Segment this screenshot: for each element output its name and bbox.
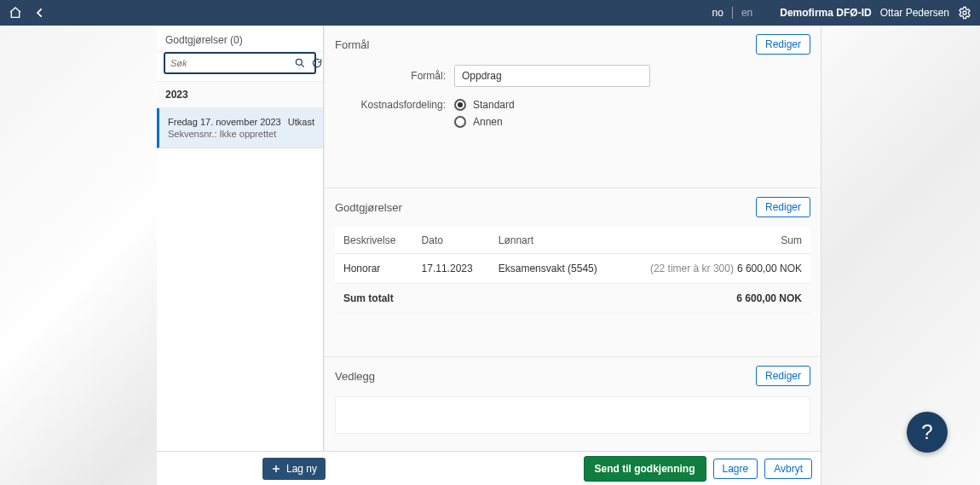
- table-total-row: Sum totalt 6 600,00 NOK: [335, 284, 810, 314]
- new-button[interactable]: Lag ny: [262, 458, 326, 480]
- svg-point-1: [296, 59, 302, 65]
- company-label: Demofirma DFØ-ID: [780, 7, 871, 19]
- label-kostnadsfordeling: Kostnadsfordeling:: [335, 99, 446, 111]
- radio-standard-label: Standard: [473, 99, 515, 111]
- section-formaal: Formål Rediger Formål: Kostnadsfordeling…: [325, 26, 821, 188]
- send-approval-button[interactable]: Send til godkjenning: [584, 456, 706, 482]
- save-button[interactable]: Lagre: [713, 459, 758, 479]
- lang-en[interactable]: en: [741, 7, 752, 19]
- plus-icon: [271, 464, 281, 474]
- section-vedlegg-title: Vedlegg: [335, 370, 375, 383]
- th-lonnart: Lønnart: [490, 228, 620, 254]
- year-header: 2023: [157, 82, 323, 108]
- user-label: Ottar Pedersen: [880, 7, 949, 19]
- edit-godtgj-button[interactable]: Rediger: [756, 197, 810, 217]
- lang-divider: [732, 7, 733, 19]
- sidebar-title: Godtgjørelser (0): [157, 26, 323, 52]
- topbar: no en Demofirma DFØ-ID Ottar Pedersen: [0, 0, 980, 26]
- label-formaal: Formål:: [335, 70, 446, 82]
- cell-beskrivelse: Honorar: [335, 254, 413, 284]
- th-beskrivelse: Beskrivelse: [335, 228, 413, 254]
- section-godtgj-title: Godtgjørelser: [335, 201, 402, 214]
- home-icon[interactable]: [9, 6, 22, 20]
- total-label: Sum totalt: [335, 284, 413, 314]
- radio-annen-label: Annen: [473, 116, 503, 128]
- edit-formaal-button[interactable]: Rediger: [756, 34, 810, 55]
- th-sum: Sum: [620, 228, 810, 254]
- svg-point-0: [963, 11, 966, 14]
- cell-sum: (22 timer à kr 300)6 600,00 NOK: [620, 254, 810, 284]
- cell-lonnart: Eksamensvakt (5545): [490, 254, 620, 284]
- list-item-date: Fredag 17. november 2023: [168, 117, 281, 127]
- input-formaal[interactable]: [454, 65, 650, 87]
- section-formaal-title: Formål: [335, 38, 369, 51]
- search-input-wrap[interactable]: [164, 52, 316, 74]
- section-vedlegg: Vedlegg Rediger: [325, 356, 821, 451]
- refresh-icon[interactable]: [311, 57, 323, 69]
- list-item[interactable]: Fredag 17. november 2023 Utkast Sekvensn…: [157, 108, 323, 148]
- list-item-status: Utkast: [288, 117, 314, 127]
- vedlegg-empty: [335, 396, 810, 434]
- cancel-button[interactable]: Avbryt: [764, 459, 812, 479]
- total-value: 6 600,00 NOK: [620, 284, 810, 314]
- help-icon: ?: [921, 420, 932, 444]
- new-button-label: Lag ny: [286, 463, 317, 475]
- edit-vedlegg-button[interactable]: Rediger: [756, 366, 810, 386]
- app-window: Godtgjørelser (0) 2023 Fredag 17. novemb…: [157, 26, 821, 485]
- sidebar: Godtgjørelser (0) 2023 Fredag 17. novemb…: [157, 26, 324, 451]
- lang-no[interactable]: no: [712, 7, 723, 19]
- th-dato: Dato: [413, 228, 490, 254]
- search-input[interactable]: [170, 58, 289, 68]
- settings-icon[interactable]: [958, 6, 971, 20]
- radio-standard[interactable]: [454, 99, 466, 111]
- radio-annen[interactable]: [454, 116, 466, 128]
- main-content: Formål Rediger Formål: Kostnadsfordeling…: [324, 26, 821, 451]
- list-item-seq: Sekvensnr.: Ikke opprettet: [168, 129, 314, 139]
- help-fab[interactable]: ?: [907, 412, 948, 453]
- cell-dato: 17.11.2023: [413, 254, 490, 284]
- table-row[interactable]: Honorar 17.11.2023 Eksamensvakt (5545) (…: [335, 254, 810, 284]
- search-icon[interactable]: [294, 57, 306, 69]
- cell-sum-detail: (22 timer à kr 300): [650, 263, 734, 274]
- section-godtgjorelser: Godtgjørelser Rediger Beskrivelse Dato L…: [325, 188, 821, 356]
- back-icon[interactable]: [34, 7, 46, 19]
- footer-bar: Lag ny Send til godkjenning Lagre Avbryt: [157, 451, 821, 485]
- godtgj-table: Beskrivelse Dato Lønnart Sum Honorar 17.…: [335, 228, 810, 314]
